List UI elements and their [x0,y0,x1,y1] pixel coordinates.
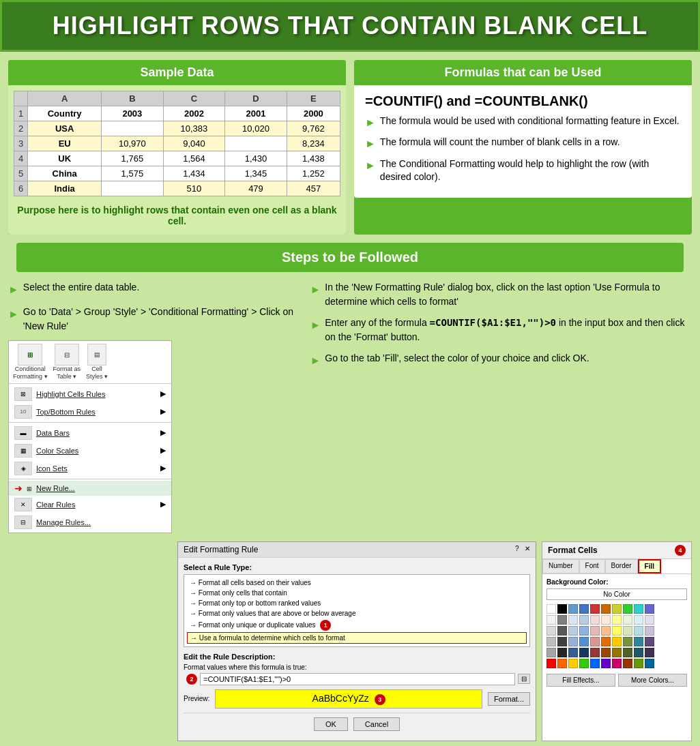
color-swatch[interactable] [601,637,611,646]
color-swatch[interactable] [634,648,643,657]
color-swatch[interactable] [612,615,622,625]
more-colors-button[interactable]: More Colors... [618,674,687,687]
newrule-label[interactable]: New Rule... [36,484,75,492]
color-swatch[interactable] [645,604,654,614]
color-swatch[interactable] [579,648,589,657]
color-swatch[interactable] [601,604,611,614]
color-swatch[interactable] [579,604,589,614]
right-step-3: ► Go to the tab 'Fill', select the color… [310,351,692,369]
color-swatch[interactable] [634,637,643,646]
color-swatch[interactable] [557,615,567,625]
highlight-cells-label[interactable]: Highlight Cells Rules [36,390,106,398]
color-swatch[interactable] [568,637,578,646]
color-swatch[interactable] [546,626,556,636]
color-swatch[interactable] [612,648,622,657]
menu-item-databars[interactable]: ▬ Data Bars ▶ [9,424,171,442]
tab-font[interactable]: Font [579,559,605,573]
color-swatch[interactable] [568,648,578,657]
color-swatch[interactable] [568,604,578,614]
managerules-label[interactable]: Manage Rules... [36,518,91,526]
ok-button[interactable]: OK [314,717,348,731]
menu-item-colorscales[interactable]: ▦ Color Scales ▶ [9,442,171,460]
color-swatch[interactable] [546,615,556,625]
color-swatch[interactable] [590,637,600,646]
color-swatch[interactable] [601,648,611,657]
color-swatch[interactable] [590,659,600,668]
format-button[interactable]: Format... [488,692,530,706]
excel-menu-screenshot: ⊞ ConditionalFormatting ▾ ⊟ Format asTab… [8,340,172,533]
cancel-button[interactable]: Cancel [353,717,400,731]
color-swatch[interactable] [568,615,578,625]
color-swatch[interactable] [590,604,600,614]
colorscales-label[interactable]: Color Scales [36,447,78,455]
color-swatch[interactable] [645,615,654,625]
color-swatch[interactable] [601,615,611,625]
formula-input[interactable] [200,673,515,685]
color-swatch[interactable] [557,659,567,668]
right-step-1-text: In the 'New Formatting Rule' dialog box,… [325,280,692,309]
color-swatch[interactable] [579,659,589,668]
color-swatch[interactable] [623,626,632,636]
formula-range-btn[interactable]: ⊟ [518,674,530,684]
tab-number[interactable]: Number [542,559,579,573]
color-swatch[interactable] [601,659,611,668]
excel-menu-items: ⊠ Highlight Cells Rules ▶ 10 Top/Bottom … [9,384,171,533]
menu-item-clearrules[interactable]: ✕ Clear Rules ▶ [9,496,171,513]
color-swatch[interactable] [590,648,600,657]
color-swatch[interactable] [623,615,632,625]
color-swatch[interactable] [601,626,611,636]
rule-type-item[interactable]: → Format only top or bottom ranked value… [187,598,527,608]
color-swatch[interactable] [579,615,589,625]
color-swatch[interactable] [557,637,567,646]
menu-item-iconsets[interactable]: ◈ Icon Sets ▶ [9,460,171,477]
color-swatch[interactable] [579,637,589,646]
color-swatch[interactable] [634,604,643,614]
color-swatch[interactable] [590,615,600,625]
clearrules-label[interactable]: Clear Rules [36,501,75,509]
color-swatch[interactable] [612,637,622,646]
table-cell [102,181,164,196]
color-swatch[interactable] [612,626,622,636]
color-swatch[interactable] [546,637,556,646]
tab-fill[interactable]: Fill [638,559,661,573]
rule-type-item[interactable]: → Format all cells based on their values [187,578,527,588]
menu-item-highlight[interactable]: ⊠ Highlight Cells Rules ▶ [9,385,171,403]
color-swatch[interactable] [623,648,632,657]
color-swatch[interactable] [623,637,632,646]
color-swatch[interactable] [634,659,643,668]
no-color-button[interactable]: No Color [546,588,687,600]
fill-effects-button[interactable]: Fill Effects... [546,674,615,687]
color-swatch[interactable] [623,659,632,668]
color-swatch[interactable] [557,604,567,614]
menu-item-topbottom[interactable]: 10 Top/Bottom Rules ▶ [9,403,171,421]
menu-item-newrule[interactable]: ➜ ⊞ New Rule... [9,481,171,496]
color-swatch[interactable] [568,659,578,668]
rule-type-item-formula[interactable]: → Use a formula to determine which cells… [187,632,527,644]
color-swatch[interactable] [546,659,556,668]
color-swatch[interactable] [645,648,654,657]
color-swatch[interactable] [612,659,622,668]
table-cell: 8,234 [287,136,340,151]
color-swatch[interactable] [634,626,643,636]
color-swatch[interactable] [568,626,578,636]
color-swatch[interactable] [623,604,632,614]
rule-type-item[interactable]: → Format only unique or duplicate values… [187,618,527,632]
color-swatch[interactable] [612,604,622,614]
color-swatch[interactable] [645,637,654,646]
color-swatch[interactable] [634,615,643,625]
color-swatch[interactable] [546,604,556,614]
color-swatch[interactable] [645,659,654,668]
iconsets-label[interactable]: Icon Sets [36,464,68,473]
color-swatch[interactable] [579,626,589,636]
topbottom-label[interactable]: Top/Bottom Rules [36,408,96,416]
color-swatch[interactable] [590,626,600,636]
color-swatch[interactable] [557,626,567,636]
tab-border[interactable]: Border [605,559,638,573]
color-swatch[interactable] [557,648,567,657]
color-swatch[interactable] [645,626,654,636]
rule-type-item[interactable]: → Format only values that are above or b… [187,608,527,618]
rule-type-item[interactable]: → Format only cells that contain [187,588,527,598]
databars-label[interactable]: Data Bars [36,429,70,437]
color-swatch[interactable] [546,648,556,657]
menu-item-managerules[interactable]: ⊟ Manage Rules... [9,513,171,531]
